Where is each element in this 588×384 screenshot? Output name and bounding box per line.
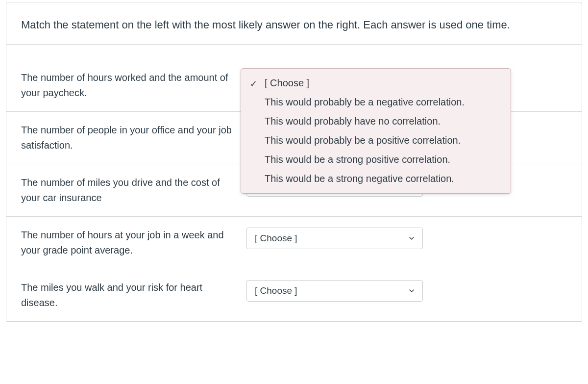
select-value: [ Choose ]: [255, 231, 297, 246]
row-prompt: The miles you walk and your risk for hea…: [21, 280, 246, 310]
question-card: Match the statement on the left with the…: [6, 2, 582, 322]
dropdown-option[interactable]: This would be a strong negative correlat…: [243, 169, 509, 188]
dropdown-option-label: This would probably have no correlation.: [265, 116, 441, 127]
select-value: [ Choose ]: [255, 284, 297, 298]
dropdown-option[interactable]: This would be a strong positive correlat…: [243, 150, 509, 169]
dropdown-option[interactable]: This would probably have no correlation.: [243, 112, 509, 131]
chevron-down-icon: [408, 234, 416, 242]
choose-select[interactable]: [ Choose ]: [246, 280, 423, 302]
dropdown-panel[interactable]: ✓ [ Choose ] This would probably be a ne…: [241, 68, 511, 194]
match-row: The number of hours worked and the amoun…: [6, 59, 582, 111]
row-prompt: The number of hours at your job in a wee…: [21, 228, 246, 258]
divider: [6, 44, 582, 45]
dropdown-option[interactable]: This would probably be a negative correl…: [243, 93, 509, 112]
dropdown-option-selected[interactable]: ✓ [ Choose ]: [243, 74, 509, 93]
dropdown-option-label: This would be a strong negative correlat…: [265, 173, 454, 184]
match-row: The number of hours at your job in a wee…: [6, 216, 582, 269]
choose-select[interactable]: [ Choose ]: [246, 228, 423, 249]
dropdown-option-label: This would probably be a negative correl…: [265, 97, 465, 107]
divider: [6, 321, 582, 322]
row-answer: [ Choose ]: [246, 280, 423, 302]
row-prompt: The number of people in your office and …: [21, 123, 246, 153]
row-answer: [ Choose ]: [246, 228, 423, 249]
dropdown-option[interactable]: This would probably be a positive correl…: [243, 131, 509, 150]
chevron-down-icon: [408, 287, 416, 295]
row-prompt: The number of miles you drive and the co…: [21, 175, 246, 205]
dropdown-option-label: This would be a strong positive correlat…: [265, 154, 450, 165]
match-rows: The number of hours worked and the amoun…: [6, 59, 582, 321]
dropdown-option-label: [ Choose ]: [265, 77, 309, 88]
check-icon: ✓: [250, 77, 257, 91]
dropdown-option-label: This would probably be a positive correl…: [265, 135, 461, 146]
row-prompt: The number of hours worked and the amoun…: [21, 70, 246, 101]
match-row: The miles you walk and your risk for hea…: [6, 269, 582, 321]
instructions-text: Match the statement on the left with the…: [6, 2, 582, 44]
